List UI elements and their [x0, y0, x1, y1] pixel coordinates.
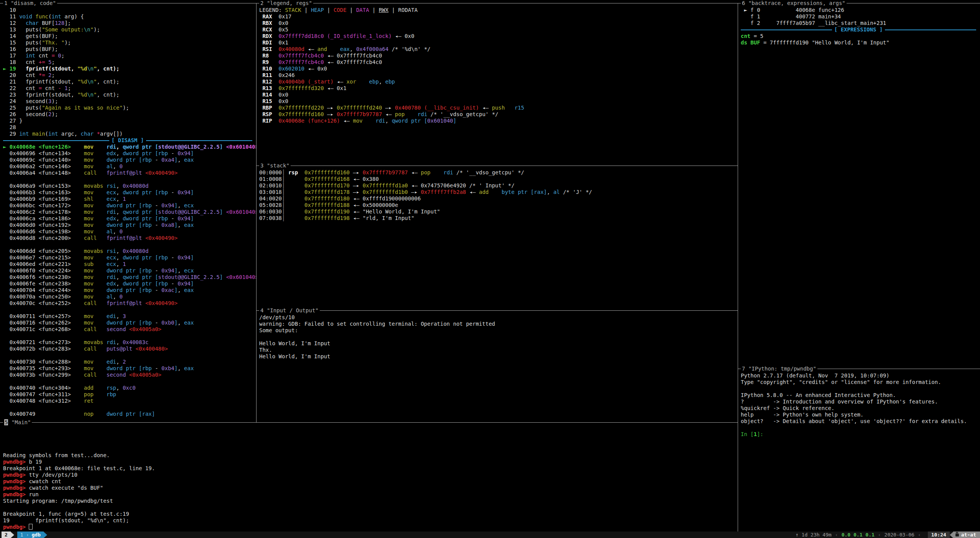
terminal-line: 20 cnt *= 2;	[3, 72, 256, 79]
disasm-separator: [ DISASM ]	[3, 137, 252, 144]
tmux-session-indicator[interactable]: 2	[2, 531, 11, 538]
pane-backtrace-header: 6 "backtrace, expressions, args"	[741, 0, 847, 7]
terminal-line: 18 cnt += 5;	[3, 59, 256, 66]
uptime-arrow-icon: ↑	[796, 532, 799, 538]
pane-backtrace[interactable]: 6 "backtrace, expressions, args" ► f 0 4…	[738, 3, 980, 369]
text-cursor[interactable]	[29, 524, 33, 530]
terminal-line	[259, 334, 738, 340]
pane-title: "stack"	[267, 162, 289, 169]
terminal-line: Some output:	[259, 327, 738, 334]
terminal-line: 0x4006dd <func+205> movabs rsi, 0x40080d	[3, 248, 256, 254]
terminal-line: ► 19 fprintf(stdout, "%d\n", cnt);	[3, 66, 256, 72]
terminal-line: 0x400749 nop dword ptr [rax]	[3, 411, 256, 417]
pane-io[interactable]: 4 "Input / Output" /dev/pts/10warning: G…	[256, 310, 738, 422]
terminal-line: R12 0x4004b0 (_start) ◂— xor ebp, ebp	[259, 79, 738, 85]
terminal-line: 11 void func(int arg) {	[3, 13, 256, 20]
terminal-line: 16 puts(BUF);	[3, 46, 256, 52]
terminal-line: 12 char BUF[128];	[3, 20, 256, 26]
backtrace-frames: ► f 0 40068e func+126 f 1 400772 main+34…	[741, 7, 980, 26]
terminal-line: 04:0020│ 0x7fffffffd180 ◂— 0xffffd190000…	[259, 195, 738, 202]
statusbar-separator-icon: ‹	[835, 531, 838, 538]
terminal-line: 01:0008│ 0x7fffffffd168 ◂— 0x380	[259, 176, 738, 182]
terminal-line: 03:0018│ 0x7fffffffd178 —▸ 0x7fffffffd1b…	[259, 189, 738, 195]
terminal-line	[3, 352, 256, 359]
terminal-line: ? -> Introduction and overview of IPytho…	[741, 399, 980, 405]
terminal-line: 0x4006a4 <func+148> call fprintf@plt <0x…	[3, 170, 256, 176]
powerline-arrow-right-icon	[44, 532, 47, 538]
terminal-line: 21 fprintf(stdout, "%d\n", cnt);	[3, 79, 256, 85]
terminal-line: 23 fprintf(stdout, "%d\n", cnt);	[3, 92, 256, 98]
pane-title: "IPython: tmp/pwndbg"	[748, 366, 816, 372]
terminal-line: 19 fprintf(stdout, "%d\n", cnt);	[3, 517, 738, 524]
pane-number: 1	[4, 0, 7, 6]
terminal-line: LEGEND: STACK | HEAP | CODE | DATA | RWX…	[259, 7, 738, 13]
terminal-line: 07:0038│ 0x7fffffffd198 ◂— "rld, I'm Inp…	[259, 215, 738, 221]
terminal-line	[3, 439, 738, 446]
window-separator-icon: ›	[26, 531, 29, 538]
stack-listing: 00:0000│ rsp 0x7fffffffd160 —▸ 0x7ffff7b…	[259, 169, 738, 221]
terminal-line: 28	[3, 124, 256, 131]
pane-number: 3	[260, 162, 263, 169]
terminal-line: 0x400696 <func+134> mov edx, dword ptr […	[3, 150, 256, 157]
terminal-line: R11 0x246	[259, 72, 738, 79]
uptime-value: 1d 23h 49m	[802, 532, 832, 538]
pane-title: "backtrace, expressions, args"	[748, 0, 845, 6]
terminal-line: RAX 0x17	[259, 13, 738, 20]
terminal-line	[741, 385, 980, 392]
terminal-line: 0x400740 <func+304> add rsp, 0xc0	[3, 385, 256, 391]
pane-main-console[interactable]: 5 "Main" Reading symbols from test...don…	[0, 422, 738, 531]
terminal-line: 0x4006e7 <func+215> mov ecx, dword ptr […	[3, 254, 256, 261]
terminal-line: 25 puts("Again as it was so nice");	[3, 105, 256, 111]
terminal-line: RIP 0x40068e (func+126) ◂— mov rdi, qwor…	[259, 118, 738, 124]
terminal-line: %quickref -> Quick reference.	[741, 405, 980, 412]
terminal-line: R8 0x7ffff7fcb4c0 ◂— 0x7ffff7fcb4c0	[259, 52, 738, 59]
pane-disasm-code[interactable]: 1 "disasm, code" 10 11 void func(int arg…	[0, 3, 256, 422]
terminal-line	[3, 378, 256, 385]
terminal-line: 0x40073b <func+299> call second <0x4005a…	[3, 372, 256, 378]
terminal-line: 0x4006a2 <func+146> mov al, 0	[3, 163, 256, 170]
terminal-line	[3, 176, 256, 183]
terminal-line: 15 puts("Thx. ");	[3, 39, 256, 46]
gdb-console-output[interactable]: Reading symbols from test...done.pwndbg>…	[3, 426, 738, 530]
terminal-line: 0x40070a <func+250> mov al, 0	[3, 294, 256, 300]
pane-number: 7	[742, 366, 745, 372]
terminal-line	[3, 446, 738, 452]
terminal-line: 0x4006f0 <func+224> mov dword ptr [rbp -…	[3, 267, 256, 274]
terminal-line: 0x4006f6 <func+230> mov rdi, qword ptr […	[3, 274, 256, 280]
tmux-statusbar: 2 1 › gdb ↑ 1d 23h 49m ‹ 0.0 0.1 0.1 ‹ 2…	[0, 531, 980, 538]
terminal-line: 0x400735 <func+293> mov dword ptr [rbp -…	[3, 365, 256, 372]
terminal-line: R10 0x602010 ◂— 0x0	[259, 66, 738, 72]
terminal-line	[3, 433, 738, 439]
terminal-line: RSP 0x7fffffffd160 —▸ 0x7ffff7b97787 ◂— …	[259, 111, 738, 118]
terminal-line: 0x400748 <func+312> ret	[3, 398, 256, 404]
terminal-line: 0x4006ca <func+186> mov edx, dword ptr […	[3, 215, 256, 222]
pane-divider-left	[256, 3, 257, 422]
terminal-line: f 1 400772 main+34	[741, 13, 980, 20]
terminal-line: 0x400747 <func+311> pop rbp	[3, 391, 256, 398]
pane-number-active: 5	[4, 419, 8, 425]
terminal-line: 02:0010│ 0x7fffffffd170 —▸ 0x7fffffffd1a…	[259, 182, 738, 189]
terminal-line: warning: GDB: Failed to set controlling …	[259, 321, 738, 327]
pane-stack[interactable]: 3 "stack" 00:0000│ rsp 0x7fffffffd160 —▸…	[256, 166, 738, 310]
terminal-line: cnt = 5	[741, 33, 980, 39]
terminal-line: RSI 0x40080d ◂— and eax, 0x4f000a64 /* '…	[259, 46, 738, 52]
terminal-line: 14 gets(BUF);	[3, 33, 256, 39]
clock-indicator: 10:24	[928, 531, 950, 538]
pane-registers[interactable]: 2 "legend, regs" LEGEND: STACK | HEAP | …	[256, 3, 738, 166]
pane-ipython[interactable]: 7 "IPython: tmp/pwndbg" Python 2.7.17 (d…	[738, 369, 980, 531]
ipython-output: Python 2.7.17 (default, Nov 7 2019, 10:0…	[741, 372, 980, 438]
pane-io-header: 4 "Input / Output"	[259, 307, 320, 314]
terminal-line: 29 int main(int argc, char *argv[])	[3, 131, 256, 137]
statusbar-separator-icon: ‹	[918, 531, 921, 538]
terminal-line: In [1]:	[741, 431, 980, 438]
terminal-line: 0x400721 <func+273> movabs rdi, 0x40083c	[3, 339, 256, 346]
terminal-line: pwndbg> tty /dev/pts/10	[3, 472, 738, 478]
terminal-line: pwndbg> run	[3, 491, 738, 498]
date-indicator: 2020-03-06	[885, 531, 914, 538]
terminal-line: Thx.	[259, 347, 738, 353]
terminal-line: 0x4006fe <func+238> mov edx, dword ptr […	[3, 280, 256, 287]
tmux-window-tab-gdb[interactable]: 1 › gdb	[17, 531, 44, 538]
terminal-line: 0x4006ed <func+221> sub ecx, 1	[3, 261, 256, 267]
terminal-line: 10	[3, 7, 256, 13]
disasm-separator-label: [ DISASM ]	[109, 137, 146, 144]
